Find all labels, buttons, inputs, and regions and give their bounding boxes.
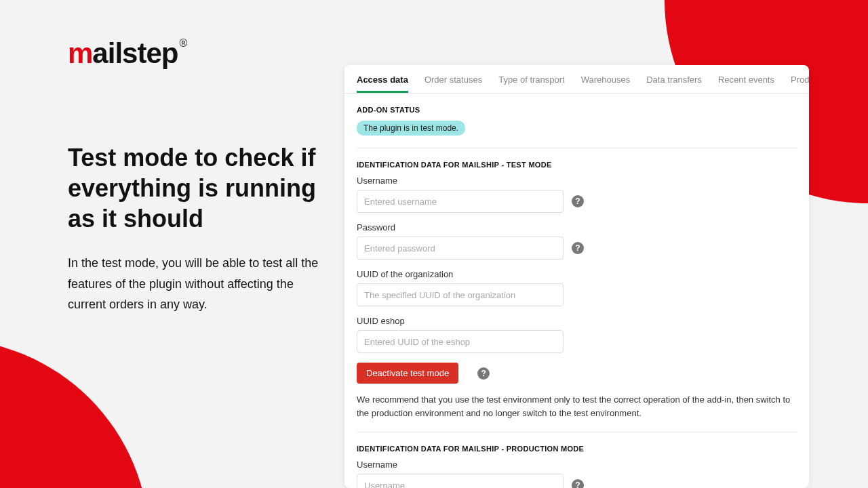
tab-recent-events[interactable]: Recent events	[718, 65, 774, 93]
hero: Test mode to check if everything is runn…	[68, 142, 332, 315]
test-section-title: IDENTIFICATION DATA FOR MAILSHIP - TEST …	[357, 161, 797, 169]
field-password-test: Password ?	[357, 222, 797, 260]
input-password-test[interactable]	[357, 237, 564, 260]
help-icon[interactable]: ?	[572, 195, 584, 207]
logo-suffix: ailstep	[92, 37, 178, 69]
tab-type-of-transport[interactable]: Type of transport	[498, 65, 565, 93]
label-eshop-uuid: UUID eshop	[357, 316, 797, 326]
field-eshop-uuid: UUID eshop	[357, 316, 797, 353]
label-org-uuid: UUID of the organization	[357, 269, 797, 279]
settings-panel: Access data Order statuses Type of trans…	[344, 65, 809, 488]
help-icon[interactable]: ?	[572, 242, 584, 254]
test-mode-hint: We recommend that you use the test envir…	[357, 393, 797, 420]
field-org-uuid: UUID of the organization	[357, 269, 797, 306]
logo-prefix: m	[68, 37, 92, 69]
deactivate-test-mode-button[interactable]: Deactivate test mode	[357, 363, 458, 384]
status-badge: The plugin is in test mode.	[357, 121, 465, 136]
prod-section-title: IDENTIFICATION DATA FOR MAILSHIP - PRODU…	[357, 445, 797, 453]
hero-body: In the test mode, you will be able to te…	[68, 253, 332, 315]
label-username-prod: Username	[357, 460, 797, 470]
tab-products[interactable]: Products	[791, 65, 809, 93]
field-username-test: Username ?	[357, 176, 797, 213]
logo-reg: ®	[179, 37, 186, 49]
input-eshop-uuid[interactable]	[357, 330, 564, 353]
tabs: Access data Order statuses Type of trans…	[344, 65, 809, 94]
input-org-uuid[interactable]	[357, 283, 564, 306]
input-username-test[interactable]	[357, 190, 564, 213]
help-icon[interactable]: ?	[477, 367, 490, 380]
divider	[357, 432, 797, 432]
hero-title: Test mode to check if everything is runn…	[68, 142, 332, 234]
panel-body: ADD-ON STATUS The plugin is in test mode…	[344, 94, 809, 488]
label-username-test: Username	[357, 176, 797, 186]
logo: mailstep®	[68, 37, 186, 70]
divider	[357, 148, 797, 148]
decorative-circle-bottom	[0, 339, 149, 488]
tab-order-statuses[interactable]: Order statuses	[425, 65, 482, 93]
help-icon[interactable]: ?	[572, 479, 584, 488]
tab-data-transfers[interactable]: Data transfers	[646, 65, 702, 93]
tab-access-data[interactable]: Access data	[357, 65, 408, 93]
action-row: Deactivate test mode ?	[357, 363, 797, 384]
input-username-prod[interactable]	[357, 474, 564, 488]
label-password-test: Password	[357, 222, 797, 232]
addon-status-title: ADD-ON STATUS	[357, 106, 797, 114]
field-username-prod: Username ?	[357, 460, 797, 488]
tab-warehouses[interactable]: Warehouses	[581, 65, 631, 93]
